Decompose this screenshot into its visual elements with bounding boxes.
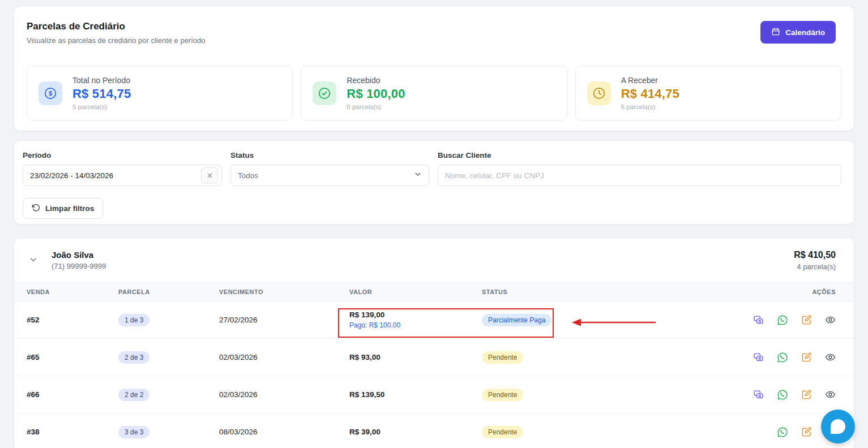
collapse-group-button[interactable] bbox=[29, 255, 38, 266]
search-client-input[interactable] bbox=[445, 171, 837, 180]
status-label: Status bbox=[230, 151, 429, 160]
client-group-header[interactable]: João Silva (71) 99999-9999 R$ 410,50 4 p… bbox=[14, 238, 854, 282]
reset-icon bbox=[32, 204, 40, 214]
status-badge: Pendente bbox=[482, 389, 523, 401]
stat-sub: 5 parcela(s) bbox=[621, 104, 679, 110]
chat-bubble-icon bbox=[831, 419, 845, 434]
status-select-value: Todos bbox=[238, 171, 414, 180]
svg-text:$: $ bbox=[49, 90, 52, 97]
status-select[interactable]: Todos bbox=[230, 165, 429, 186]
client-installment-count: 4 parcela(s) bbox=[794, 262, 836, 271]
stat-value: R$ 514,75 bbox=[72, 87, 131, 101]
stat-card-total: $ Total no Período R$ 514,75 5 parcela(s… bbox=[27, 66, 293, 120]
installment-badge: 3 de 3 bbox=[118, 426, 149, 438]
clear-filters-label: Limpar filtros bbox=[45, 204, 94, 213]
column-header-acoes: AÇÕES bbox=[728, 288, 836, 295]
period-input[interactable] bbox=[30, 171, 201, 180]
period-label: Período bbox=[23, 151, 222, 160]
whatsapp-icon[interactable] bbox=[777, 389, 788, 400]
stat-card-received: Recebido R$ 100,00 0 parcela(s) bbox=[301, 66, 567, 120]
edit-icon[interactable] bbox=[801, 315, 812, 325]
table-header-row: VENDA PARCELA VENCIMENTO VALOR STATUS AÇ… bbox=[14, 282, 854, 301]
clock-icon bbox=[587, 81, 611, 105]
dollar-circle-icon: $ bbox=[39, 81, 62, 105]
status-badge: Pendente bbox=[482, 426, 523, 438]
header-text: Parcelas de Crediário Visualize as parce… bbox=[27, 21, 206, 45]
eye-icon[interactable] bbox=[825, 315, 836, 325]
paid-amount: Pago: R$ 100,00 bbox=[349, 321, 482, 329]
calendar-button-label: Calendário bbox=[785, 28, 825, 37]
row-actions bbox=[728, 427, 836, 438]
check-circle-icon bbox=[313, 81, 336, 105]
chevron-down-icon bbox=[414, 170, 422, 180]
filters-card: Período Status Todos Buscar Cliente bbox=[14, 140, 854, 225]
clear-filters-button[interactable]: Limpar filtros bbox=[23, 198, 103, 219]
whatsapp-icon[interactable] bbox=[777, 427, 788, 438]
due-date: 02/03/2026 bbox=[219, 390, 349, 399]
page-subtitle: Visualize as parcelas de crediário por c… bbox=[27, 36, 206, 45]
stat-label: Total no Período bbox=[72, 76, 131, 85]
installment-rows: #52 1 de 3 27/02/2026 R$ 139,00 Pago: R$… bbox=[14, 301, 854, 448]
stat-value: R$ 100,00 bbox=[347, 87, 405, 101]
stat-value: R$ 414,75 bbox=[621, 87, 679, 101]
client-total: R$ 410,50 bbox=[794, 250, 836, 260]
table-row: #65 2 de 3 02/03/2026 R$ 93,00 Pendente bbox=[14, 339, 854, 376]
column-header-vencimento: VENCIMENTO bbox=[219, 288, 349, 295]
table-row: #52 1 de 3 27/02/2026 R$ 139,00 Pago: R$… bbox=[14, 301, 854, 339]
due-date: 08/03/2026 bbox=[219, 428, 349, 436]
calendar-button[interactable]: Calendário bbox=[760, 21, 836, 44]
row-actions bbox=[728, 389, 836, 400]
whatsapp-icon[interactable] bbox=[777, 315, 788, 326]
sale-id: #52 bbox=[27, 316, 118, 324]
amount: R$ 139,50 bbox=[349, 390, 482, 399]
edit-icon[interactable] bbox=[801, 389, 812, 400]
row-actions bbox=[728, 352, 836, 363]
whatsapp-icon[interactable] bbox=[777, 352, 788, 363]
table-row: #38 3 de 3 08/03/2026 R$ 39,00 Pendente bbox=[14, 413, 854, 448]
chevron-down-icon bbox=[29, 255, 38, 266]
status-badge: Parcialmente Paga bbox=[482, 314, 551, 326]
installment-badge: 2 de 3 bbox=[118, 351, 149, 364]
installments-card: João Silva (71) 99999-9999 R$ 410,50 4 p… bbox=[14, 238, 854, 448]
banknotes-icon[interactable] bbox=[753, 352, 764, 363]
banknotes-icon[interactable] bbox=[753, 389, 764, 400]
calendar-icon bbox=[771, 27, 780, 38]
stat-card-receivable: A Receber R$ 414,75 5 parcela(s) bbox=[575, 66, 841, 120]
stat-label: A Receber bbox=[621, 76, 679, 85]
status-badge: Pendente bbox=[482, 351, 523, 364]
sale-id: #65 bbox=[27, 353, 118, 361]
column-header-venda: VENDA bbox=[27, 288, 118, 295]
summary-cards: $ Total no Período R$ 514,75 5 parcela(s… bbox=[27, 66, 841, 120]
stat-label: Recebido bbox=[347, 76, 405, 85]
edit-icon[interactable] bbox=[801, 427, 812, 437]
banknotes-icon[interactable] bbox=[753, 315, 764, 325]
stat-sub: 0 parcela(s) bbox=[347, 104, 405, 110]
amount: R$ 39,00 bbox=[349, 428, 482, 436]
table-row: #66 2 de 2 02/03/2026 R$ 139,50 Pendente bbox=[14, 376, 854, 413]
installment-badge: 1 de 3 bbox=[118, 314, 149, 326]
search-client-label: Buscar Cliente bbox=[438, 151, 841, 160]
client-name: João Silva bbox=[52, 250, 106, 260]
stat-sub: 5 parcela(s) bbox=[72, 104, 131, 110]
eye-icon[interactable] bbox=[825, 352, 836, 363]
header-card: Parcelas de Crediário Visualize as parce… bbox=[14, 6, 854, 131]
amount: R$ 139,00 bbox=[349, 311, 482, 319]
column-header-valor: VALOR bbox=[349, 288, 482, 295]
client-phone: (71) 99999-9999 bbox=[52, 262, 106, 270]
page-title: Parcelas de Crediário bbox=[27, 21, 206, 32]
due-date: 02/03/2026 bbox=[219, 353, 349, 361]
sale-id: #66 bbox=[27, 390, 118, 399]
column-header-parcela: PARCELA bbox=[118, 288, 219, 295]
clear-period-button[interactable] bbox=[201, 167, 218, 183]
sale-id: #38 bbox=[27, 428, 118, 436]
eye-icon[interactable] bbox=[825, 389, 836, 400]
chat-launcher-button[interactable] bbox=[821, 410, 855, 443]
amount: R$ 93,00 bbox=[349, 353, 482, 361]
edit-icon[interactable] bbox=[801, 352, 812, 363]
installment-badge: 2 de 2 bbox=[118, 389, 149, 401]
row-actions bbox=[728, 315, 836, 326]
due-date: 27/02/2026 bbox=[219, 316, 349, 324]
column-header-status: STATUS bbox=[482, 288, 728, 295]
